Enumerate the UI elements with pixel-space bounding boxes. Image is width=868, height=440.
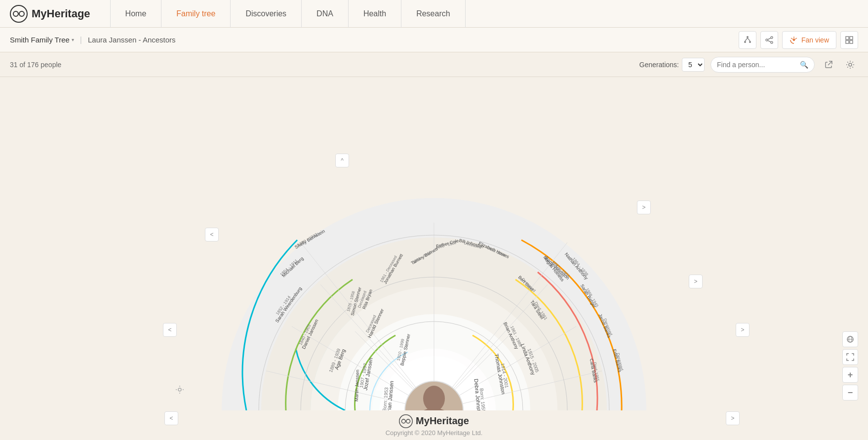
nav-discoveries[interactable]: Discoveries [231, 0, 302, 28]
fan-chart-svg: Laura Janssen Born: 1984 Brian Janssen B… [162, 77, 706, 410]
svg-point-1 [13, 11, 18, 16]
find-person-input[interactable] [717, 61, 796, 69]
svg-point-8 [771, 37, 773, 39]
footer-logo-icon [399, 414, 413, 428]
generations-dropdown[interactable]: 5 4 3 6 7 [682, 58, 705, 72]
find-person-field[interactable]: 🔍 [710, 57, 815, 73]
fan-view-icon [789, 36, 798, 44]
globe-icon [846, 335, 854, 343]
nav-arrow-left-mid[interactable]: < [163, 323, 177, 337]
footer-copyright: Copyright © 2020 MyHeritage Ltd. [386, 429, 483, 437]
nav-research[interactable]: Research [401, 0, 465, 28]
fan-view-label: Fan view [801, 36, 829, 44]
svg-line-6 [745, 38, 748, 41]
generations-selector: Generations: 5 4 3 6 7 [639, 58, 705, 72]
tree-name-selector[interactable]: Smith Family Tree ▾ [10, 36, 74, 44]
main-content: Laura Janssen Born: 1984 Brian Janssen B… [0, 77, 868, 440]
svg-point-108 [406, 419, 410, 423]
zoom-in-button[interactable]: + [842, 367, 858, 383]
share-icon [765, 36, 774, 44]
nav-arrow-left-upper[interactable]: < [205, 228, 219, 241]
search-icon: 🔍 [800, 61, 808, 69]
people-count: 31 of 176 people [10, 61, 61, 69]
breadcrumb: Laura Janssen - Ancestors [88, 36, 176, 44]
svg-point-22 [849, 63, 852, 66]
svg-point-2 [19, 11, 24, 16]
nav-home[interactable]: Home [110, 0, 162, 28]
toolbar-right: Generations: 5 4 3 6 7 🔍 [639, 57, 858, 73]
svg-rect-20 [850, 40, 853, 43]
logo-text: MyHeritage [32, 7, 90, 20]
svg-rect-17 [846, 37, 849, 40]
nav-arrow-right-mid[interactable]: > [689, 275, 703, 288]
subheader-right: Fan view [739, 31, 858, 49]
svg-point-5 [749, 41, 751, 43]
footer-logo-text: MyHeritage [416, 415, 469, 427]
fan-settings-button[interactable] [174, 384, 186, 396]
toolbar: 31 of 176 people Generations: 5 4 3 6 7 … [0, 52, 868, 77]
side-controls: + − [842, 331, 858, 400]
zoom-in-icon: + [848, 370, 853, 380]
svg-line-16 [794, 38, 797, 40]
svg-point-107 [402, 419, 406, 423]
nav-family-tree[interactable]: Family tree [161, 0, 231, 28]
svg-point-4 [744, 41, 746, 43]
nav-dna[interactable]: DNA [302, 0, 349, 28]
svg-line-11 [768, 38, 771, 40]
generations-label: Generations: [639, 61, 679, 69]
nav-arrow-top[interactable]: ^ [335, 154, 349, 167]
fullscreen-icon [846, 353, 854, 361]
subheader: Smith Family Tree ▾ | Laura Janssen - An… [0, 28, 868, 52]
nav-arrow-right-upper[interactable]: > [637, 200, 651, 214]
settings-button[interactable] [842, 57, 858, 73]
fullscreen-button[interactable] [842, 349, 858, 365]
fan-chart: Laura Janssen Born: 1984 Brian Janssen B… [212, 77, 656, 410]
tree-name-chevron: ▾ [72, 37, 74, 42]
svg-line-12 [768, 40, 771, 42]
myheritage-logo-icon [10, 5, 28, 23]
tree-view-button[interactable] [739, 31, 756, 49]
svg-text:Martin Janssen: Martin Janssen [354, 369, 360, 401]
share-view-button[interactable] [760, 31, 778, 49]
table-view-button[interactable] [840, 31, 858, 49]
header: MyHeritage Home Family tree Discoveries … [0, 0, 868, 28]
svg-line-7 [748, 38, 750, 41]
zoom-out-button[interactable]: − [842, 385, 858, 400]
nav-health[interactable]: Health [349, 0, 401, 28]
nav-arrow-far-right[interactable]: > [736, 323, 750, 337]
svg-line-21 [828, 61, 832, 65]
fan-gear-icon [175, 385, 184, 394]
tree-diagram-icon [743, 36, 752, 44]
nav-arrow-right-lower[interactable]: > [726, 411, 740, 425]
svg-point-39 [423, 386, 445, 410]
svg-point-9 [766, 39, 768, 41]
table-icon [845, 36, 853, 44]
fan-view-button[interactable]: Fan view [782, 31, 836, 49]
share-link-icon [824, 60, 833, 69]
share-button[interactable] [821, 57, 836, 73]
svg-rect-18 [850, 37, 853, 40]
svg-point-3 [747, 36, 749, 38]
gear-icon [846, 60, 855, 69]
svg-line-14 [791, 38, 794, 40]
main-nav: Home Family tree Discoveries DNA Health … [110, 0, 858, 28]
zoom-out-icon: − [848, 388, 853, 398]
nav-arrow-left-lower[interactable]: < [164, 411, 178, 425]
svg-point-102 [178, 388, 181, 391]
subheader-separator: | [80, 36, 82, 44]
logo[interactable]: MyHeritage [10, 5, 90, 23]
globe-button[interactable] [842, 331, 858, 347]
svg-point-10 [771, 41, 773, 43]
svg-rect-19 [846, 40, 849, 43]
footer-logo: MyHeritage [399, 414, 469, 428]
